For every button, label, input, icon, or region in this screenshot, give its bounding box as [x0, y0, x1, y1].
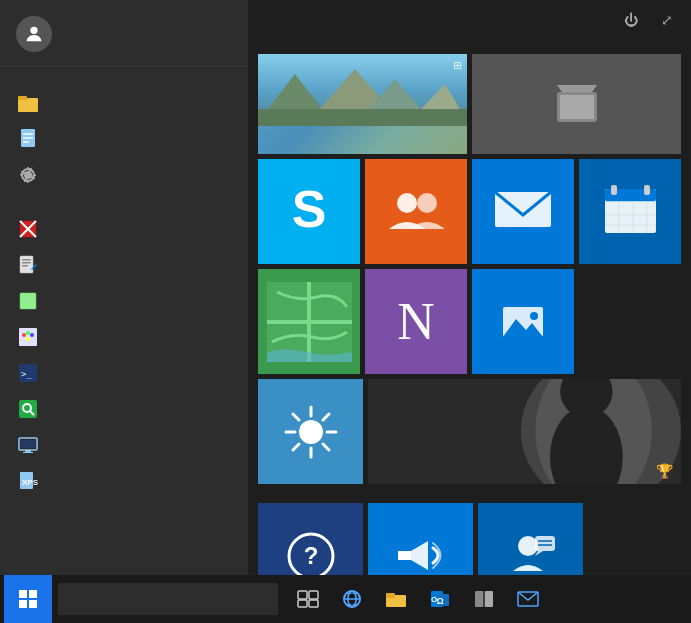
svg-rect-17: [20, 293, 36, 309]
tile-nachrichten[interactable]: ⊞: [258, 54, 467, 154]
tile-wetter[interactable]: [258, 379, 363, 484]
tile-onenote[interactable]: N: [365, 269, 467, 374]
svg-line-68: [323, 444, 329, 450]
svg-rect-97: [386, 593, 395, 598]
svg-rect-6: [23, 141, 29, 143]
svg-rect-103: [485, 591, 493, 607]
task-view-icon[interactable]: [288, 575, 328, 623]
svg-rect-88: [29, 600, 37, 608]
powershell-icon: >_: [16, 361, 40, 385]
tile-insider-hub[interactable]: [368, 503, 473, 575]
svg-rect-16: [22, 265, 28, 267]
right-panel: ⏻ ⤢: [248, 0, 691, 575]
snipping-icon: [16, 217, 40, 241]
tile-windows-feedb[interactable]: [478, 503, 583, 575]
remote-icon: [16, 433, 40, 457]
paint-icon: [16, 325, 40, 349]
svg-rect-31: [21, 440, 35, 448]
svg-point-20: [26, 331, 30, 335]
gear-icon: [16, 163, 40, 187]
svg-rect-25: [19, 400, 37, 418]
svg-rect-90: [309, 591, 318, 599]
tile-fotos[interactable]: [472, 269, 574, 374]
folder-icon: [16, 91, 40, 115]
lookeen-icon: [16, 397, 40, 421]
search-input[interactable]: [58, 583, 278, 615]
svg-rect-15: [22, 262, 31, 264]
tile-kalender[interactable]: [579, 159, 681, 264]
svg-point-19: [22, 333, 26, 337]
tile-skype[interactable]: S: [258, 159, 360, 264]
svg-line-69: [323, 414, 329, 420]
kurznotizen-icon: [16, 289, 40, 313]
svg-rect-85: [19, 590, 27, 598]
sidebar-item-settings[interactable]: [0, 157, 248, 193]
sidebar-item-explorer[interactable]: [0, 85, 248, 121]
meistverwendet-label: [0, 193, 248, 211]
svg-rect-49: [611, 185, 617, 195]
tile-store[interactable]: [472, 54, 681, 154]
svg-rect-89: [298, 591, 307, 599]
sidebar-item-xpsviewer[interactable]: XPS: [0, 463, 248, 499]
svg-point-9: [25, 172, 31, 178]
svg-text:Ω: Ω: [436, 596, 443, 606]
svg-point-43: [397, 193, 417, 213]
sidebar-item-snipping[interactable]: [0, 211, 248, 247]
outlook-icon[interactable]: Ω O: [420, 575, 460, 623]
svg-line-67: [293, 414, 299, 420]
tile-karten[interactable]: [258, 269, 360, 374]
power-button[interactable]: ⏻: [615, 4, 647, 36]
svg-rect-5: [23, 137, 33, 139]
svg-rect-102: [475, 591, 483, 607]
mail-taskbar-icon[interactable]: [508, 575, 548, 623]
svg-rect-13: [20, 256, 33, 273]
svg-rect-14: [22, 259, 31, 261]
tile-erste-schritte[interactable]: ?: [258, 503, 363, 575]
svg-rect-86: [29, 590, 37, 598]
svg-rect-79: [398, 551, 411, 560]
start-button[interactable]: [4, 575, 52, 623]
resize-button[interactable]: ⤢: [651, 4, 683, 36]
store-taskbar-icon[interactable]: [464, 575, 504, 623]
svg-rect-29: [25, 450, 31, 452]
sidebar-item-remotedesktop[interactable]: [0, 427, 248, 463]
svg-rect-81: [535, 536, 555, 551]
ie-icon[interactable]: [332, 575, 372, 623]
sidebar-item-paint[interactable]: [0, 319, 248, 355]
start-menu: >_: [0, 0, 691, 575]
sidebar-item-lookeen[interactable]: [0, 391, 248, 427]
svg-rect-4: [23, 133, 33, 135]
tile-mail[interactable]: [472, 159, 574, 264]
svg-rect-30: [23, 452, 33, 453]
svg-text:>_: >_: [21, 369, 32, 379]
svg-marker-42: [557, 85, 597, 92]
orte-section-label: [0, 67, 248, 85]
tile-sport[interactable]: 🏆: [368, 379, 681, 484]
svg-rect-39: [258, 109, 467, 126]
tile-kontakte[interactable]: [365, 159, 467, 264]
svg-point-0: [30, 27, 37, 34]
svg-point-22: [26, 337, 30, 341]
sidebar-item-kurznotizen[interactable]: [0, 283, 248, 319]
sidebar-item-dokumente[interactable]: [0, 121, 248, 157]
svg-rect-50: [644, 185, 650, 195]
left-panel: >_: [0, 0, 248, 575]
file-explorer-icon[interactable]: [376, 575, 416, 623]
svg-point-44: [417, 193, 437, 213]
svg-rect-1: [18, 98, 38, 112]
svg-rect-91: [298, 600, 307, 607]
sidebar-item-editor[interactable]: [0, 247, 248, 283]
taskbar: Ω O: [0, 575, 691, 623]
sidebar-item-powershell[interactable]: >_: [0, 355, 248, 391]
explore-section-title: [258, 489, 681, 503]
svg-rect-41: [560, 95, 594, 119]
svg-rect-87: [19, 600, 27, 608]
svg-marker-82: [535, 551, 543, 556]
svg-rect-2: [18, 96, 27, 100]
xps-icon: XPS: [16, 469, 40, 493]
user-header[interactable]: [0, 0, 248, 67]
alle-apps-button[interactable]: [0, 553, 248, 575]
svg-rect-92: [309, 600, 318, 607]
svg-text:?: ?: [303, 542, 318, 569]
svg-point-21: [30, 333, 34, 337]
